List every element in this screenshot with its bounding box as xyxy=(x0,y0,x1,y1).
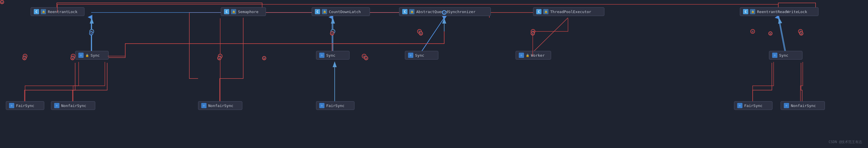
svg-line-2 xyxy=(421,18,444,52)
icon-inner-sync-rl: ⚙ xyxy=(79,52,84,58)
icon-inner-fairsync-cdl: ⚙ xyxy=(319,103,324,108)
label-Worker: Worker xyxy=(531,53,545,58)
icon-inner-nonfairsync-rrwl: ⚙ xyxy=(784,103,789,108)
junction-sem-1: + xyxy=(217,56,221,60)
node-Sync-CDL[interactable]: ⚙ Sync xyxy=(316,51,349,60)
node-FairSync-CDL[interactable]: ⚙ FairSync xyxy=(316,101,354,110)
icon-c-rrwl: C xyxy=(743,9,748,14)
icon-inner-reentrantlock: 🔒 xyxy=(41,9,46,14)
label-FairSync-RL: FairSync xyxy=(16,104,34,108)
label-FairSync-RRWL: FairSync xyxy=(744,104,763,108)
node-ReentrantReadWriteLock[interactable]: C 🔒 ReentrantReadWriteLock xyxy=(740,7,818,16)
junction-cdl-2: + xyxy=(364,56,368,60)
node-Sync-AQS[interactable]: ⚙ Sync xyxy=(405,51,438,60)
label-NonfairSync-S: NonfairSync xyxy=(208,104,233,108)
label-Sync-RL: Sync xyxy=(91,53,100,58)
label-CountDownLatch: CountDownLatch xyxy=(329,10,361,14)
node-Semaphore[interactable]: C 🔒 Semaphore xyxy=(221,7,266,16)
node-ReentrantLock[interactable]: C 🔒 ReentrantLock xyxy=(31,7,85,16)
node-Sync-RRWL[interactable]: ⚙ Sync xyxy=(769,51,803,60)
label-NonfairSync-RRWL: NonfairSync xyxy=(791,104,816,108)
junction-cdl-1: + xyxy=(330,31,334,35)
icon-c-reentrantlock: C xyxy=(34,9,39,14)
junction-rrwl-2: + xyxy=(799,31,803,35)
svg-line-4 xyxy=(778,18,785,52)
icon-inner-nonfairsync-rl: ⚙ xyxy=(54,103,59,108)
icon-inner-worker: ⚙ xyxy=(519,52,524,58)
connections-svg xyxy=(0,0,868,148)
junction-rrwl-1: + xyxy=(768,31,772,35)
junction-tpe-2: + xyxy=(0,0,4,4)
icon-inner-sync-rrwl: ⚙ xyxy=(772,52,777,58)
junction-rl-mid: + xyxy=(70,56,74,60)
icon-inner-fairsync-rl: ⚙ xyxy=(9,103,14,108)
svg-line-5 xyxy=(421,18,444,52)
icon-inner-countdownlatch: 🔒 xyxy=(322,9,327,14)
icon-inner-nonfairsync-s: ⚙ xyxy=(201,103,207,108)
lock-icon-worker: 🔒 xyxy=(526,54,529,57)
label-Sync-RRWL: Sync xyxy=(779,53,788,58)
junction-aqs-top: + xyxy=(442,10,446,14)
icon-inner-semaphore: 🔒 xyxy=(231,9,236,14)
junction-sem-2: + xyxy=(262,56,266,60)
label-ReentrantReadWriteLock: ReentrantReadWriteLock xyxy=(757,10,807,14)
junction-tpe-1: + xyxy=(531,31,535,35)
diagram-container: + + + + + + + + + + + + + C 🔒 ReentrantL… xyxy=(0,0,868,148)
label-Sync-CDL: Sync xyxy=(326,53,335,58)
junction-rl-top: + xyxy=(89,31,93,35)
node-FairSync-RRWL[interactable]: ⚙ FairSync xyxy=(734,101,772,110)
label-FairSync-CDL: FairSync xyxy=(326,104,345,108)
label-ThreadPoolExecutor: ThreadPoolExecutor xyxy=(550,10,591,14)
icon-c-countdownlatch: C xyxy=(315,9,320,14)
junction-rl-left: + xyxy=(23,56,27,60)
icon-inner-fairsync-rrwl: ⚙ xyxy=(737,103,742,108)
icon-c-semaphore: C xyxy=(224,9,229,14)
junction-aqs-1: + xyxy=(419,31,423,35)
node-FairSync-RL[interactable]: ⚙ FairSync xyxy=(6,101,44,110)
node-NonfairSync-RL[interactable]: ⚙ NonfairSync xyxy=(51,101,95,110)
node-ThreadPoolExecutor[interactable]: C 🔒 ThreadPoolExecutor xyxy=(533,7,604,16)
icon-inner-sync-cdl: ⚙ xyxy=(319,52,324,58)
icon-c-aqs: C xyxy=(402,9,407,14)
icon-c-tpe: C xyxy=(536,9,541,14)
label-Semaphore: Semaphore xyxy=(238,10,258,14)
svg-line-3 xyxy=(533,18,568,52)
node-CountDownLatch[interactable]: C 🔒 CountDownLatch xyxy=(312,7,370,16)
node-NonfairSync-RRWL[interactable]: ⚙ NonfairSync xyxy=(781,101,825,110)
watermark: CSDN @技术范王有志 xyxy=(829,140,862,145)
icon-inner-sync-aqs: ⚙ xyxy=(408,52,413,58)
node-Sync-RL[interactable]: ⚙ 🔒 Sync xyxy=(75,51,108,60)
icon-inner-rrwl: 🔒 xyxy=(750,9,755,14)
lock-icon-sync-rl: 🔒 xyxy=(85,54,89,57)
label-ReentrantLock: ReentrantLock xyxy=(48,10,78,14)
label-NonfairSync-RL: NonfairSync xyxy=(61,104,86,108)
node-Worker[interactable]: ⚙ 🔒 Worker xyxy=(516,51,551,60)
node-NonfairSync-S[interactable]: ⚙ NonfairSync xyxy=(198,101,242,110)
label-Sync-AQS: Sync xyxy=(415,53,424,58)
icon-inner-aqs: 🔒 xyxy=(409,9,414,14)
icon-inner-tpe: 🔒 xyxy=(543,9,549,14)
